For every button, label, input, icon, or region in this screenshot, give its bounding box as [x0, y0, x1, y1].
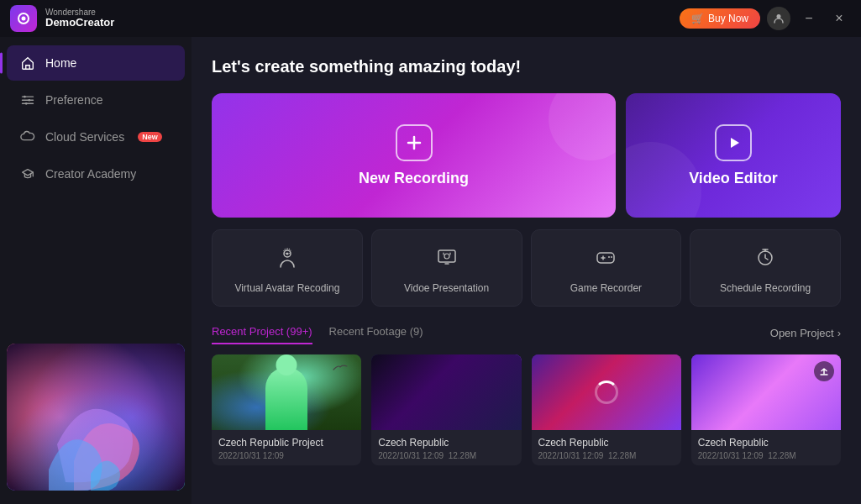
tab-recent-project[interactable]: Recent Project (99+) [212, 322, 312, 344]
sidebar-item-label: Home [45, 56, 76, 70]
play-icon [724, 134, 743, 152]
action-cards: New Recording Video Editor [212, 93, 841, 218]
project-thumbnail-4 [691, 354, 841, 430]
project-meta: 2022/10/31 12:09 12.28M [538, 451, 675, 460]
loading-spinner [595, 381, 618, 404]
secondary-cards: Virtual Avatar Recoding Vidoe Presentati… [212, 229, 841, 307]
home-icon [20, 55, 35, 71]
sidebar-item-label: Preference [45, 93, 102, 107]
chevron-right-icon: › [837, 327, 841, 339]
titlebar: Wondershare DemoCreator 🛒 Buy Now − × [0, 0, 861, 37]
project-info: Czech Republic Project 2022/10/31 12:09 [212, 430, 361, 465]
cloud-icon [20, 129, 35, 144]
schedule-recording-card[interactable]: Schedule Recording [690, 229, 841, 307]
minimize-button[interactable]: − [797, 7, 821, 30]
schedule-recording-label: Schedule Recording [720, 282, 811, 294]
app-body: Home Preference Cloud Servi [0, 37, 861, 504]
brand-main: DemoCreator [45, 17, 114, 29]
project-info: Czech Republic 2022/10/31 12:09 12.28M [371, 430, 521, 465]
schedule-recording-icon [753, 245, 777, 274]
project-name: Czech Republic Project [218, 437, 354, 449]
svg-rect-5 [22, 103, 34, 104]
project-info: Czech Republic 2022/10/31 12:09 12.28M [691, 430, 841, 465]
academy-icon [20, 166, 35, 181]
game-recorder-label: Game Recorder [570, 282, 642, 294]
titlebar-right: 🛒 Buy Now − × [680, 7, 851, 30]
video-editor-label: Video Editor [689, 170, 778, 187]
sidebar-item-label: Creator Academy [45, 167, 136, 181]
project-thumbnail-2 [371, 354, 521, 430]
project-name: Czech Republic [538, 437, 675, 449]
new-recording-card[interactable]: New Recording [212, 93, 616, 218]
app-logo-text: Wondershare DemoCreator [45, 8, 114, 29]
project-card[interactable]: Czech Republic 2022/10/31 12:09 12.28M [691, 354, 841, 465]
sidebar-item-creator-academy[interactable]: Creator Academy [7, 156, 185, 192]
project-card[interactable]: Czech Republic 2022/10/31 12:09 12.28M [371, 354, 521, 465]
new-recording-icon [396, 124, 433, 161]
sidebar-nav: Home Preference Cloud Servi [0, 44, 192, 344]
sidebar-art [7, 344, 185, 491]
video-presentation-label: Vidoe Presentation [404, 282, 489, 294]
svg-rect-4 [22, 100, 34, 101]
virtual-avatar-icon [276, 245, 299, 274]
profile-button[interactable] [767, 7, 790, 30]
page-heading: Let's create something amazing today! [212, 57, 841, 76]
new-recording-label: New Recording [359, 170, 469, 187]
sidebar-item-cloud-services[interactable]: Cloud Services New [7, 119, 185, 155]
svg-point-6 [24, 96, 26, 98]
sidebar-item-label: Cloud Services [45, 130, 124, 144]
tab-recent-footage[interactable]: Recent Footage (9) [329, 322, 423, 344]
project-card[interactable]: Czech Republic Project 2022/10/31 12:09 [212, 354, 361, 465]
game-recorder-icon [594, 245, 617, 274]
bird-icon [332, 363, 349, 375]
recent-tabs: Recent Project (99+) Recent Footage (9) [212, 322, 440, 344]
svg-point-7 [28, 99, 30, 102]
project-name: Czech Republic [378, 437, 514, 449]
game-recorder-card[interactable]: Game Recorder [531, 229, 682, 307]
svg-point-28 [611, 256, 612, 258]
open-project-link[interactable]: Open Project › [770, 327, 841, 339]
svg-marker-16 [731, 138, 739, 148]
cart-icon: 🛒 [691, 13, 704, 24]
user-icon [773, 13, 785, 24]
sidebar-thumbnail-inner [7, 344, 185, 491]
project-name: Czech Republic [698, 437, 834, 449]
project-card[interactable]: Czech Republic 2022/10/31 12:09 12.28M [532, 354, 681, 465]
virtual-avatar-card[interactable]: Virtual Avatar Recoding [212, 229, 363, 307]
project-info: Czech Republic 2022/10/31 12:09 12.28M [532, 430, 681, 465]
sidebar-item-preference[interactable]: Preference [7, 82, 185, 118]
sidebar-item-home[interactable]: Home [7, 45, 185, 81]
close-button[interactable]: × [827, 7, 851, 30]
recent-header: Recent Project (99+) Recent Footage (9) … [212, 322, 841, 344]
project-meta: 2022/10/31 12:09 12.28M [378, 451, 514, 460]
svg-rect-3 [22, 97, 34, 97]
sidebar: Home Preference Cloud Servi [0, 37, 192, 504]
svg-point-8 [25, 102, 28, 105]
svg-point-21 [444, 254, 449, 259]
main-content: Let's create something amazing today! Ne… [192, 37, 861, 504]
sidebar-thumbnail [7, 344, 185, 491]
new-badge: New [138, 132, 162, 142]
upload-icon [814, 361, 834, 381]
svg-rect-20 [438, 250, 455, 262]
app-logo-icon [10, 5, 37, 32]
project-thumbnail-1 [212, 354, 361, 430]
plus-icon [405, 134, 423, 152]
project-thumbnail-3 [532, 354, 681, 430]
buy-now-button[interactable]: 🛒 Buy Now [680, 8, 760, 29]
virtual-avatar-label: Virtual Avatar Recoding [234, 282, 339, 294]
buy-now-label: Buy Now [708, 13, 748, 24]
video-editor-card[interactable]: Video Editor [626, 93, 841, 218]
video-presentation-card[interactable]: Vidoe Presentation [371, 229, 522, 307]
video-editor-icon [715, 124, 752, 161]
svg-point-27 [608, 256, 610, 258]
titlebar-left: Wondershare DemoCreator [10, 5, 114, 32]
svg-point-1 [22, 17, 26, 21]
project-grid: Czech Republic Project 2022/10/31 12:09 … [212, 354, 841, 465]
video-presentation-icon [435, 245, 459, 274]
project-meta: 2022/10/31 12:09 12.28M [698, 451, 834, 460]
project-meta: 2022/10/31 12:09 [218, 451, 354, 460]
preference-icon [20, 92, 35, 108]
